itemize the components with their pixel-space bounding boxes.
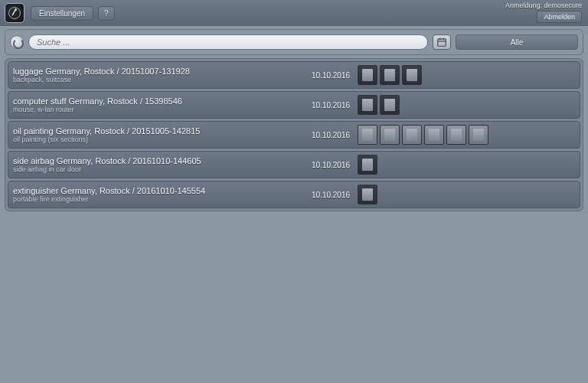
thumbnail[interactable] bbox=[358, 155, 377, 175]
loading-spinner-icon bbox=[10, 35, 24, 49]
thumbnail[interactable] bbox=[358, 95, 377, 115]
thumbnail-image-icon bbox=[362, 69, 373, 82]
thumbnail-image-icon bbox=[362, 129, 373, 142]
calendar-icon bbox=[436, 37, 447, 47]
calendar-button[interactable] bbox=[433, 34, 451, 50]
thumbnail[interactable] bbox=[380, 125, 400, 145]
row-date: 10.10.2016 bbox=[312, 191, 358, 199]
thumbnail-image-icon bbox=[384, 129, 395, 142]
search-input[interactable] bbox=[28, 34, 428, 50]
thumbnail[interactable] bbox=[446, 125, 466, 145]
thumbnail-image-icon bbox=[407, 129, 417, 142]
app-logo bbox=[5, 3, 24, 23]
row-title: oil painting Germany, Rostock / 20151005… bbox=[13, 126, 312, 136]
thumbnail[interactable] bbox=[402, 65, 422, 85]
thumbnail-image-icon bbox=[362, 99, 373, 112]
thumbnail[interactable] bbox=[424, 125, 444, 145]
result-row[interactable]: side airbag Germany, Rostock / 20161010-… bbox=[8, 151, 580, 178]
help-button[interactable]: ? bbox=[98, 6, 115, 21]
row-title: luggage Germany, Rostock / 20151007-1319… bbox=[13, 67, 312, 76]
row-thumbnails bbox=[358, 155, 575, 175]
result-row[interactable]: luggage Germany, Rostock / 20151007-1319… bbox=[8, 61, 580, 89]
row-title: extinguisher Germany, Rostock / 20161010… bbox=[13, 186, 312, 195]
row-text: extinguisher Germany, Rostock / 20161010… bbox=[13, 186, 312, 203]
search-bar: Alle bbox=[5, 29, 583, 55]
thumbnail[interactable] bbox=[469, 125, 488, 145]
row-subtitle: oil painting (six sections) bbox=[13, 136, 312, 143]
row-date: 10.10.2016 bbox=[312, 101, 358, 110]
row-text: side airbag Germany, Rostock / 20161010-… bbox=[13, 156, 312, 173]
settings-button[interactable]: Einstellungen bbox=[31, 6, 93, 21]
row-text: computer stuff Germany, Rostock / 153985… bbox=[13, 97, 312, 113]
logout-button[interactable]: Abmelden bbox=[537, 11, 582, 23]
thumbnail-image-icon bbox=[407, 69, 417, 82]
header-right: Anmeldung: demosecure Abmelden bbox=[505, 2, 582, 23]
result-list: luggage Germany, Rostock / 20151007-1319… bbox=[5, 58, 583, 211]
login-username: demosecure bbox=[544, 2, 582, 9]
row-date: 10.10.2016 bbox=[312, 161, 358, 169]
row-thumbnails bbox=[358, 95, 575, 115]
row-title: computer stuff Germany, Rostock / 153985… bbox=[13, 97, 312, 106]
thumbnail-image-icon bbox=[384, 69, 395, 82]
row-thumbnails bbox=[358, 185, 575, 205]
thumbnail-image-icon bbox=[362, 188, 373, 201]
row-thumbnails bbox=[358, 125, 575, 145]
thumbnail[interactable] bbox=[380, 95, 400, 115]
thumbnail[interactable] bbox=[380, 65, 400, 85]
svg-point-1 bbox=[15, 8, 17, 11]
result-row[interactable]: extinguisher Germany, Rostock / 20161010… bbox=[8, 181, 580, 208]
thumbnail-image-icon bbox=[429, 129, 439, 142]
row-text: oil painting Germany, Rostock / 20151005… bbox=[13, 126, 312, 143]
thumbnail-image-icon bbox=[362, 159, 373, 172]
thumbnail[interactable] bbox=[358, 185, 377, 205]
filter-all-button[interactable]: Alle bbox=[456, 34, 578, 50]
result-row[interactable]: computer stuff Germany, Rostock / 153985… bbox=[8, 91, 580, 119]
thumbnail-image-icon bbox=[473, 129, 484, 142]
thumbnail-image-icon bbox=[384, 99, 395, 112]
row-subtitle: backpack, suitcase bbox=[13, 76, 312, 83]
thumbnail[interactable] bbox=[358, 125, 377, 145]
thumbnail[interactable] bbox=[402, 125, 422, 145]
row-subtitle: side airbag in car door bbox=[13, 165, 312, 173]
login-info: Anmeldung: demosecure bbox=[505, 2, 582, 9]
row-date: 10.10.2016 bbox=[312, 71, 358, 80]
thumbnail-image-icon bbox=[451, 129, 462, 142]
row-thumbnails bbox=[358, 65, 575, 85]
row-text: luggage Germany, Rostock / 20151007-1319… bbox=[13, 67, 312, 83]
app-header: Einstellungen ? Anmeldung: demosecure Ab… bbox=[0, 0, 588, 26]
svg-point-0 bbox=[9, 8, 21, 19]
svg-rect-2 bbox=[438, 39, 446, 46]
result-row[interactable]: oil painting Germany, Rostock / 20151005… bbox=[8, 121, 580, 149]
xray-logo-icon bbox=[8, 6, 21, 20]
row-subtitle: mouse, w-lan router bbox=[13, 106, 312, 113]
login-prefix: Anmeldung: bbox=[505, 2, 542, 9]
thumbnail[interactable] bbox=[358, 65, 377, 85]
row-subtitle: portable fire extinguisher bbox=[13, 195, 312, 203]
row-title: side airbag Germany, Rostock / 20161010-… bbox=[13, 156, 312, 165]
row-date: 10.10.2016 bbox=[312, 131, 358, 139]
